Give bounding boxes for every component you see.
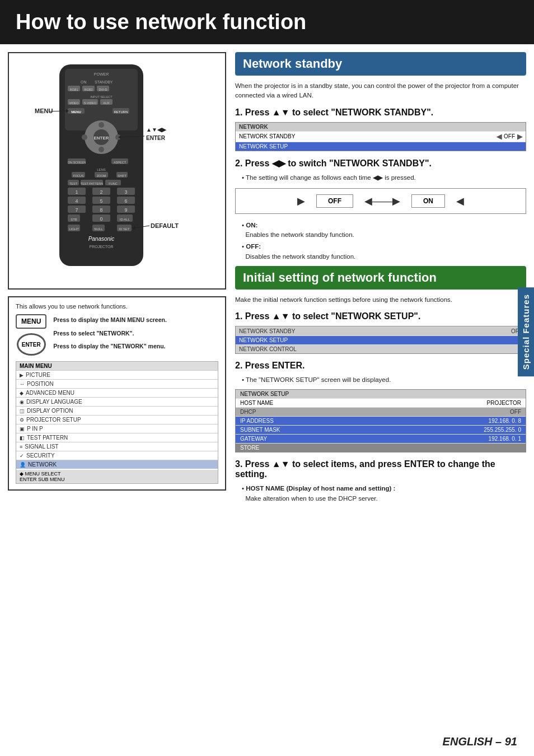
- svg-text:AUX: AUX: [103, 101, 110, 105]
- menu-item-test-pattern: ◧ TEST PATTERN: [16, 433, 218, 442]
- remote-control-svg: POWER ON STANDBY RGB1 RGB2 DVI-D INPUT S…: [15, 59, 222, 283]
- menu-item-position: ↔ POSITION: [16, 379, 218, 388]
- toggle-off-box: OFF: [316, 194, 353, 208]
- svg-text:SHIFT: SHIFT: [118, 174, 127, 178]
- svg-text:LENS: LENS: [97, 168, 106, 171]
- ui-network-standby-row: NETWORK STANDBY ◀ OFF ▶: [236, 131, 526, 142]
- page-title: How to use network function: [16, 10, 518, 34]
- svg-text:ID ALL: ID ALL: [120, 218, 130, 221]
- svg-text:0: 0: [100, 216, 102, 222]
- svg-text:▲▼◀▶: ▲▼◀▶: [146, 127, 167, 133]
- svg-point-25: [82, 134, 87, 140]
- svg-text:S-VIDEO: S-VIDEO: [84, 101, 97, 105]
- ns-row-setup: NETWORK SETUP: [236, 335, 526, 344]
- ns-row-store: STORE: [236, 443, 526, 452]
- menu-diagram-box: This allows you to use network functions…: [8, 296, 226, 491]
- ns-row-gateway: GATEWAY192.168. 0. 1: [236, 434, 526, 443]
- svg-text:TEST: TEST: [69, 182, 78, 185]
- menu-item-network: 👤 NETWORK: [16, 460, 218, 469]
- is-step3-title: 3. Press ▲▼ to select items, and press E…: [235, 459, 526, 479]
- left-column: POWER ON STANDBY RGB1 RGB2 DVI-D INPUT S…: [8, 52, 226, 503]
- main-menu-list: MAIN MENU ▶ PICTURE ↔ POSITION ◆ ADVANCE…: [16, 361, 218, 484]
- svg-text:RETURN: RETURN: [114, 110, 128, 114]
- svg-text:FUNC: FUNC: [109, 182, 117, 185]
- svg-text:RGB2: RGB2: [85, 88, 93, 91]
- off-bullet: • OFF: Disables the network standby func…: [242, 242, 526, 262]
- network-standby-ui-mockup: NETWORK NETWORK STANDBY ◀ OFF ▶ NETWORK …: [235, 122, 526, 151]
- menu-item-advanced: ◆ ADVANCED MENU: [16, 388, 218, 397]
- svg-text:DVI-D: DVI-D: [99, 88, 107, 91]
- svg-text:FOCUS: FOCUS: [73, 174, 84, 178]
- initial-setting-title: Initial setting of network function: [243, 270, 518, 285]
- ns-row-subnet: SUBNET MASK255.255.255. 0: [236, 425, 526, 434]
- toggle-on-box: ON: [411, 194, 445, 208]
- svg-text:POWER: POWER: [94, 72, 109, 76]
- svg-text:3: 3: [124, 189, 127, 195]
- svg-text:ASPECT: ASPECT: [114, 161, 127, 164]
- right-column: Network standby When the projector is in…: [235, 52, 526, 503]
- network-select-ui-mockup: NETWORK STANDBY OFF NETWORK SETUP NETWOR…: [235, 326, 526, 354]
- svg-text:7: 7: [75, 207, 78, 213]
- toggle-diagram: ▶ OFF ◀——▶ ON ◀: [235, 188, 526, 214]
- svg-text:MENU: MENU: [71, 110, 81, 114]
- svg-text:ENTER: ENTER: [93, 136, 109, 141]
- svg-text:Panasonic: Panasonic: [88, 236, 115, 242]
- ns-row-standby: NETWORK STANDBY OFF: [236, 326, 526, 335]
- ns-row-ipaddr: IP ADDRESS192.168. 0. 8: [236, 416, 526, 425]
- ns-row-dhcp: DHCPOFF: [236, 407, 526, 416]
- svg-text:ON SCREEN: ON SCREEN: [68, 161, 86, 164]
- menu-footer: ◆ MENU SELECT ENTER SUB MENU: [16, 470, 218, 483]
- initial-setting-section-header: Initial setting of network function: [235, 266, 526, 290]
- annotation-3: Press to display the "NETWORK" menu.: [53, 343, 166, 351]
- is-step1-title: 1. Press ▲▼ to select "NETWORK SETUP".: [235, 311, 526, 321]
- page-footer: ENGLISH – 91: [443, 735, 517, 748]
- ns-ui-header: NETWORK SETUP: [236, 390, 526, 398]
- network-standby-intro: When the projector is in a standby state…: [235, 81, 526, 101]
- menu-item-pip: ▣ P IN P: [16, 424, 218, 433]
- ui-network-header: NETWORK: [236, 123, 526, 131]
- main-menu-header: MAIN MENU: [16, 362, 218, 370]
- annotation-2: Press to select "NETWORK".: [53, 330, 166, 338]
- menu-item-language: ◉ DISPLAY LANGUAGE: [16, 397, 218, 406]
- menu-item-picture: ▶ PICTURE: [16, 370, 218, 379]
- enter-button-display: ENTER: [17, 333, 46, 356]
- is-step2-title: 2. Press ENTER.: [235, 361, 526, 371]
- network-setup-ui-mockup: NETWORK SETUP HOST NAMEPROJECTOR DHCPOFF…: [235, 389, 526, 452]
- ns-step1-title: 1. Press ▲▼ to select "NETWORK STANDBY".: [235, 108, 526, 118]
- menu-annotations: Press to display the MAIN MENU screen. P…: [53, 314, 166, 351]
- svg-text:ZOOM: ZOOM: [97, 174, 106, 178]
- svg-text:STB: STB: [71, 218, 77, 221]
- menu-button-display: MENU: [16, 314, 46, 329]
- network-standby-section-header: Network standby: [235, 52, 526, 76]
- svg-text:DEFAULT: DEFAULT: [151, 222, 179, 229]
- on-bullet: • ON: Enables the network standby functi…: [242, 221, 526, 240]
- is-host-name-label: • HOST NAME (Display of host name and se…: [242, 484, 526, 503]
- initial-setting-intro: Make the initial network function settin…: [235, 295, 526, 305]
- svg-text:6: 6: [124, 198, 127, 204]
- ui-network-setup-row: NETWORK SETUP: [236, 142, 526, 151]
- svg-point-23: [99, 122, 104, 128]
- menu-diagram-intro: This allows you to use network functions…: [16, 303, 218, 310]
- ns-row-hostname: HOST NAMEPROJECTOR: [236, 398, 526, 407]
- svg-text:RGB1: RGB1: [70, 88, 78, 91]
- sidebar-tab: Special Features: [518, 287, 534, 376]
- svg-text:PROJECTOR: PROJECTOR: [89, 245, 113, 249]
- network-standby-title: Network standby: [243, 57, 518, 71]
- svg-text:LIGHT: LIGHT: [69, 227, 79, 231]
- svg-text:ID SET: ID SET: [119, 227, 130, 231]
- menu-item-display-option: ◫ DISPLAY OPTION: [16, 406, 218, 415]
- svg-text:1: 1: [75, 189, 78, 195]
- ns-step2-detail: • The setting will change as follows eac…: [242, 173, 526, 183]
- svg-text:8: 8: [100, 207, 102, 213]
- svg-text:5: 5: [100, 198, 102, 204]
- menu-item-projector-setup: ⚙ PROJECTOR SETUP: [16, 415, 218, 424]
- svg-text:VIDEO: VIDEO: [69, 101, 79, 105]
- annotation-1: Press to display the MAIN MENU screen.: [53, 316, 166, 324]
- svg-text:ON: ON: [81, 80, 87, 84]
- remote-control-box: POWER ON STANDBY RGB1 RGB2 DVI-D INPUT S…: [8, 52, 226, 290]
- menu-item-signal-list: ≡ SIGNAL LIST: [16, 442, 218, 451]
- svg-text:4: 4: [75, 198, 78, 204]
- on-off-bullets: • ON: Enables the network standby functi…: [235, 221, 526, 262]
- menu-item-security: ✓ SECURITY: [16, 451, 218, 460]
- is-step2-detail: • The "NETWORK SETUP" screen will be dis…: [242, 375, 526, 385]
